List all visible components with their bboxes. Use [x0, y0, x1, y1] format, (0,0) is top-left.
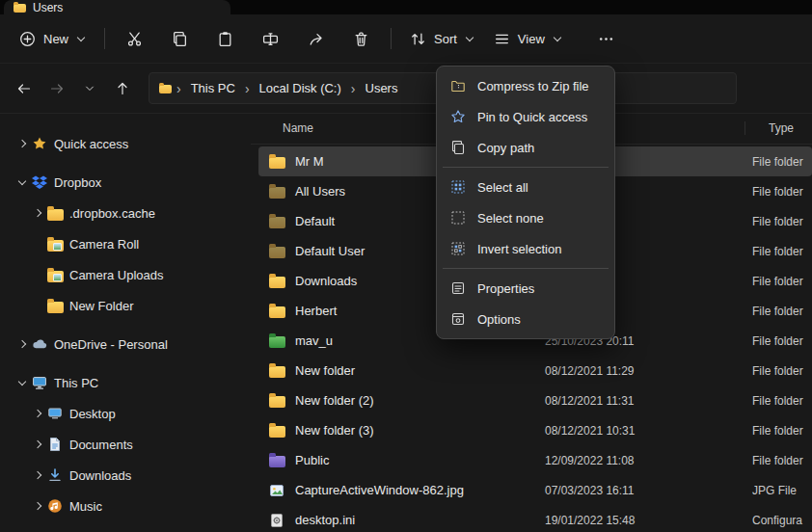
copy-path-icon [450, 140, 466, 155]
forward-arrow-icon [49, 81, 65, 96]
sidebar-item-music[interactable]: Music [6, 491, 245, 521]
star-icon [32, 136, 54, 151]
menu-separator [443, 167, 609, 168]
folder-media-icon [47, 268, 69, 282]
sidebar-item-new-folder[interactable]: New Folder [6, 290, 245, 321]
file-date-modified: 08/12/2021 10:31 [545, 424, 752, 438]
sidebar-item-documents[interactable]: Documents [6, 429, 245, 460]
sidebar-item-label: This PC [54, 376, 98, 390]
chevron-down-icon[interactable] [14, 375, 32, 390]
breadcrumb-users[interactable]: Users [359, 77, 405, 99]
chevron-right-icon[interactable] [14, 336, 32, 352]
file-date-modified: 12/09/2022 11:08 [545, 454, 752, 467]
folder-purple-icon [268, 453, 285, 467]
file-type: Configura [752, 514, 812, 527]
file-row-desktop-ini[interactable]: desktop.ini19/01/2022 15:48Configura [258, 505, 812, 532]
sidebar-item-label: Desktop [69, 407, 116, 421]
column-header-type[interactable]: Type [769, 121, 794, 135]
file-row-new-folder-3[interactable]: New folder (3)08/12/2021 10:31File folde… [258, 415, 812, 445]
menu-item-options[interactable]: Options [441, 304, 610, 334]
file-row-public[interactable]: Public12/09/2022 11:08File folder [258, 445, 812, 475]
folder-icon [268, 154, 285, 169]
view-button[interactable]: View [484, 24, 572, 54]
breadcrumb-this-pc[interactable]: This PC [184, 77, 242, 99]
folder-icon [268, 274, 285, 288]
folder-icon [268, 304, 285, 318]
back-button[interactable] [8, 73, 41, 104]
chevron-down-icon [76, 34, 86, 43]
file-type: File folder [752, 155, 812, 169]
column-header-name[interactable]: Name [251, 121, 313, 135]
menu-item-label: Select all [477, 180, 528, 195]
paste-button[interactable] [204, 23, 246, 55]
chevron-right-icon[interactable] [29, 437, 47, 452]
chevron-right-icon[interactable] [29, 205, 47, 221]
invert-selection-icon [450, 241, 466, 256]
breadcrumb-local-disk-c[interactable]: Local Disk (C:) [253, 77, 348, 99]
chevron-right-icon[interactable] [29, 467, 47, 483]
file-type: File folder [752, 394, 812, 408]
up-arrow-icon [115, 81, 130, 96]
file-type: File folder [752, 424, 812, 438]
sidebar-item-quick-access[interactable]: Quick access [6, 128, 245, 159]
menu-item-copy-path[interactable]: Copy path [441, 132, 610, 163]
tab-users[interactable]: Users [4, 0, 230, 14]
sidebar-item-dropbox[interactable]: Dropbox [6, 167, 245, 198]
sidebar-item-camera-roll[interactable]: Camera Roll [6, 228, 245, 259]
menu-item-select-all[interactable]: Select all [441, 172, 610, 202]
rename-icon [262, 31, 279, 47]
copy-button[interactable] [159, 23, 201, 55]
file-type: File folder [752, 305, 812, 318]
see-more-button[interactable] [585, 23, 627, 55]
delete-button[interactable] [340, 23, 382, 55]
recent-locations-button[interactable] [73, 73, 106, 104]
chevron-right-icon[interactable] [29, 498, 47, 514]
column-divider[interactable] [744, 121, 745, 135]
up-button[interactable] [106, 73, 139, 104]
chevron-spacer [29, 267, 47, 282]
sidebar-item-label: .dropbox.cache [69, 206, 155, 221]
chevron-down-icon [465, 34, 474, 43]
dropbox-icon [32, 174, 54, 190]
file-date-modified: 08/12/2021 11:29 [545, 364, 752, 378]
sort-button[interactable]: Sort [400, 24, 484, 54]
menu-item-label: Options [477, 312, 521, 327]
file-name: Downloads [295, 274, 357, 288]
folder-dim-icon [268, 184, 285, 199]
file-date-modified: 07/03/2023 16:11 [545, 484, 752, 497]
sort-button-label: Sort [434, 32, 457, 46]
file-type: File folder [752, 215, 812, 228]
file-name-cell: New folder [258, 363, 545, 378]
chevron-right-icon[interactable] [29, 406, 47, 421]
menu-item-pin-to-quick-access[interactable]: Pin to Quick access [441, 101, 610, 132]
folder-icon [47, 206, 69, 221]
forward-button[interactable] [41, 73, 73, 104]
file-name-cell: Public [258, 453, 545, 467]
menu-item-select-none[interactable]: Select none [441, 202, 610, 233]
file-row-new-folder[interactable]: New folder08/12/2021 11:29File folder [258, 356, 812, 386]
rename-button[interactable] [250, 23, 291, 55]
share-button[interactable] [295, 23, 337, 55]
sidebar-item-onedrive-personal[interactable]: OneDrive - Personal [6, 329, 245, 359]
menu-separator [443, 268, 609, 269]
menu-item-properties[interactable]: Properties [441, 273, 610, 304]
menu-item-invert-selection[interactable]: Invert selection [441, 233, 610, 264]
menu-item-compress-to-zip-file[interactable]: Compress to Zip file [441, 70, 610, 101]
chevron-down-icon[interactable] [14, 174, 32, 190]
file-name: Default [295, 214, 335, 228]
file-name: CaptureActiveWindow-862.jpg [295, 483, 464, 497]
file-row-captureactivewindow-862-jpg[interactable]: CaptureActiveWindow-862.jpg07/03/2023 16… [258, 475, 812, 505]
file-name: New folder (2) [295, 393, 374, 408]
sidebar-item-desktop[interactable]: Desktop [6, 398, 245, 429]
new-button[interactable]: New [10, 24, 95, 54]
sidebar-item-this-pc[interactable]: This PC [6, 367, 245, 398]
file-row-new-folder-2[interactable]: New folder (2)08/12/2021 11:31File folde… [258, 386, 812, 415]
chevron-right-icon[interactable] [14, 136, 32, 151]
sidebar-item-dropbox-cache[interactable]: .dropbox.cache [6, 198, 245, 228]
folder-icon [268, 393, 285, 408]
sidebar-item-downloads[interactable]: Downloads [6, 460, 245, 491]
sidebar-item-camera-uploads[interactable]: Camera Uploads [6, 259, 245, 290]
cut-button[interactable] [114, 23, 155, 55]
file-name-cell: New folder (3) [258, 423, 545, 438]
paste-icon [217, 31, 233, 47]
